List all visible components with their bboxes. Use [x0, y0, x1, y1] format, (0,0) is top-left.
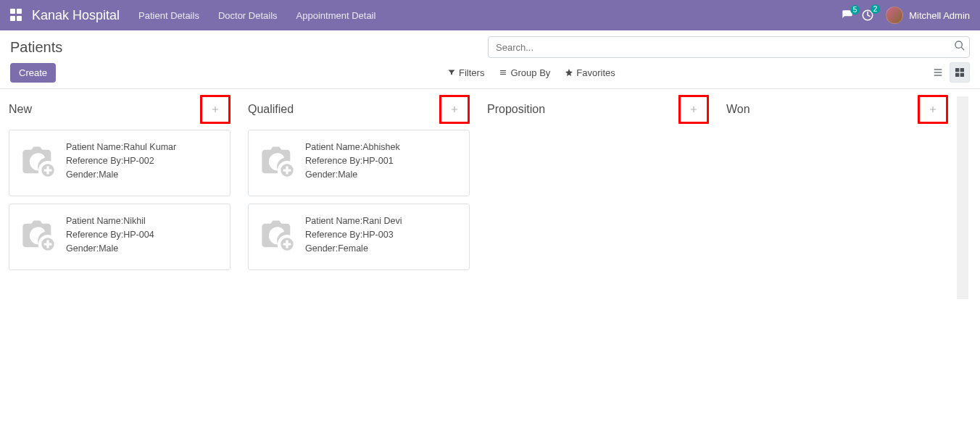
patient-name: Rahul Kumar [123, 142, 176, 152]
kanban-card[interactable]: Patient Name:Rahul Kumar Reference By:HP… [9, 130, 231, 196]
camera-placeholder-icon [257, 141, 298, 181]
control-panel: Patients Create Filters Group By [0, 30, 980, 89]
search-input[interactable] [488, 36, 970, 58]
search-options: Filters Group By Favorites [447, 67, 615, 78]
kanban-column-qualified: Qualified Patient Name:Abhishek Referenc… [239, 89, 478, 270]
search-container [488, 36, 970, 58]
kanban-card[interactable]: Patient Name:Nikhil Reference By:HP-004 … [9, 204, 231, 270]
kanban-card[interactable]: Patient Name:Abhishek Reference By:HP-00… [248, 130, 470, 196]
nav-link-appointment-detail[interactable]: Appointment Detail [296, 10, 376, 21]
kanban-view-button[interactable] [950, 62, 970, 83]
view-switcher [928, 62, 970, 83]
avatar [886, 7, 903, 24]
column-title: Won [726, 103, 750, 116]
user-name: Mitchell Admin [909, 10, 970, 21]
patient-name: Rani Devi [362, 216, 402, 226]
column-title: Proposition [487, 103, 545, 116]
column-title: New [9, 103, 32, 116]
quick-create-button[interactable] [681, 97, 707, 122]
messaging-icon[interactable]: 5 [841, 9, 854, 21]
kanban-column-proposition: Proposition [478, 89, 718, 122]
brand-title[interactable]: Kanak Hospital [32, 8, 120, 23]
messaging-count: 5 [850, 5, 860, 14]
quick-create-button[interactable] [202, 97, 228, 122]
patient-gender: Male [338, 170, 357, 180]
patient-ref: HP-003 [362, 230, 393, 240]
nav-link-doctor-details[interactable]: Doctor Details [218, 10, 278, 21]
camera-placeholder-icon [257, 214, 298, 255]
patient-ref: HP-002 [123, 156, 154, 166]
column-title: Qualified [248, 103, 294, 116]
patient-name: Abhishek [362, 142, 399, 152]
kanban-column-won: Won [718, 89, 957, 122]
nav-link-patient-details[interactable]: Patient Details [138, 10, 199, 21]
kanban-board: New Patient Name:Rahul Kumar Reference B… [0, 89, 980, 314]
search-icon[interactable] [954, 40, 966, 54]
page-title: Patients [10, 39, 62, 56]
systray: 5 2 [841, 9, 874, 22]
apps-icon[interactable] [10, 9, 23, 22]
groupby-dropdown[interactable]: Group By [499, 67, 550, 78]
favorites-dropdown[interactable]: Favorites [565, 67, 615, 78]
quick-create-button[interactable] [920, 97, 946, 122]
list-view-button[interactable] [928, 62, 948, 83]
patient-gender: Male [99, 170, 118, 180]
patient-gender: Male [99, 243, 118, 254]
camera-placeholder-icon [18, 214, 59, 255]
quick-create-button[interactable] [441, 97, 468, 122]
patient-ref: HP-001 [362, 156, 393, 166]
kanban-card[interactable]: Patient Name:Rani Devi Reference By:HP-0… [248, 204, 470, 270]
filters-dropdown[interactable]: Filters [447, 67, 484, 78]
kanban-column-new: New Patient Name:Rahul Kumar Reference B… [0, 89, 239, 270]
user-menu[interactable]: Mitchell Admin [886, 7, 970, 24]
top-nav: Kanak Hospital Patient Details Doctor De… [0, 0, 980, 30]
camera-placeholder-icon [18, 141, 59, 181]
activity-icon[interactable]: 2 [861, 9, 874, 22]
patient-name: Nikhil [123, 216, 146, 226]
create-button[interactable]: Create [10, 63, 56, 83]
patient-ref: HP-004 [123, 230, 154, 240]
patient-gender: Female [338, 243, 368, 254]
add-column-handle[interactable] [957, 96, 968, 299]
activity-count: 2 [871, 4, 881, 14]
